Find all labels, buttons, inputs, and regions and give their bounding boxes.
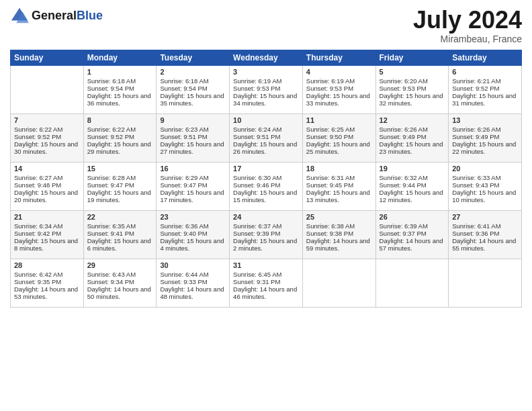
day-number: 9 — [160, 116, 226, 124]
sunset-text: Sunset: 9:37 PM — [380, 230, 445, 237]
col-sunday: Sunday — [11, 50, 84, 65]
day-number: 27 — [452, 213, 518, 221]
calendar-cell: 16Sunrise: 6:29 AMSunset: 9:47 PMDayligh… — [157, 162, 230, 210]
sunrise-text: Sunrise: 6:28 AM — [87, 174, 153, 181]
calendar-week-2: 14Sunrise: 6:27 AMSunset: 9:48 PMDayligh… — [11, 162, 522, 210]
sunset-text: Sunset: 9:31 PM — [233, 278, 299, 285]
sunset-text: Sunset: 9:51 PM — [160, 133, 226, 140]
sunrise-text: Sunrise: 6:43 AM — [87, 271, 153, 278]
sunrise-text: Sunrise: 6:22 AM — [14, 126, 80, 133]
month-title: July 2024 — [413, 7, 522, 34]
day-number: 2 — [160, 68, 226, 76]
daylight-text: Daylight: 15 hours and 27 minutes. — [160, 140, 226, 155]
daylight-text: Daylight: 14 hours and 46 minutes. — [233, 285, 299, 300]
calendar-cell — [375, 259, 449, 307]
day-number: 25 — [306, 213, 372, 221]
calendar-cell: 25Sunrise: 6:38 AMSunset: 9:38 PMDayligh… — [302, 210, 375, 259]
daylight-text: Daylight: 14 hours and 55 minutes. — [452, 237, 518, 252]
calendar-cell: 18Sunrise: 6:31 AMSunset: 9:45 PMDayligh… — [302, 162, 375, 210]
sunset-text: Sunset: 9:47 PM — [160, 181, 226, 189]
sunrise-text: Sunrise: 6:19 AM — [233, 77, 299, 85]
daylight-text: Daylight: 14 hours and 53 minutes. — [14, 285, 80, 300]
sunset-text: Sunset: 9:53 PM — [233, 85, 299, 92]
calendar-cell: 15Sunrise: 6:28 AMSunset: 9:47 PMDayligh… — [83, 162, 157, 210]
sunset-text: Sunset: 9:45 PM — [306, 181, 372, 189]
logo: GeneralBlue — [10, 7, 103, 26]
calendar-cell: 28Sunrise: 6:42 AMSunset: 9:35 PMDayligh… — [11, 259, 84, 307]
daylight-text: Daylight: 15 hours and 35 minutes. — [160, 92, 226, 107]
calendar-cell: 11Sunrise: 6:25 AMSunset: 9:50 PMDayligh… — [302, 113, 375, 162]
calendar-cell: 5Sunrise: 6:20 AMSunset: 9:53 PMDaylight… — [375, 65, 449, 113]
daylight-text: Daylight: 15 hours and 22 minutes. — [452, 140, 518, 155]
sunset-text: Sunset: 9:35 PM — [14, 278, 80, 285]
daylight-text: Daylight: 15 hours and 26 minutes. — [233, 140, 299, 155]
calendar-cell: 22Sunrise: 6:35 AMSunset: 9:41 PMDayligh… — [83, 210, 157, 259]
daylight-text: Daylight: 15 hours and 19 minutes. — [87, 189, 153, 203]
sunset-text: Sunset: 9:44 PM — [380, 181, 445, 189]
sunset-text: Sunset: 9:38 PM — [306, 230, 372, 237]
day-number: 18 — [306, 165, 372, 173]
day-number: 4 — [306, 68, 372, 76]
sunset-text: Sunset: 9:42 PM — [14, 230, 80, 237]
calendar-cell: 13Sunrise: 6:26 AMSunset: 9:49 PMDayligh… — [449, 113, 522, 162]
calendar-cell: 26Sunrise: 6:39 AMSunset: 9:37 PMDayligh… — [375, 210, 449, 259]
sunset-text: Sunset: 9:51 PM — [233, 133, 299, 140]
day-number: 14 — [14, 165, 80, 173]
daylight-text: Daylight: 15 hours and 6 minutes. — [87, 237, 153, 252]
title-block: July 2024 Mirambeau, France — [413, 7, 522, 44]
calendar-cell: 21Sunrise: 6:34 AMSunset: 9:42 PMDayligh… — [11, 210, 84, 259]
daylight-text: Daylight: 14 hours and 48 minutes. — [160, 285, 226, 300]
sunrise-text: Sunrise: 6:18 AM — [87, 77, 153, 85]
daylight-text: Daylight: 15 hours and 15 minutes. — [233, 189, 299, 203]
day-number: 5 — [380, 68, 445, 76]
day-number: 8 — [87, 116, 153, 124]
sunrise-text: Sunrise: 6:30 AM — [233, 174, 299, 181]
sunrise-text: Sunrise: 6:29 AM — [160, 174, 226, 181]
calendar-cell: 23Sunrise: 6:36 AMSunset: 9:40 PMDayligh… — [157, 210, 230, 259]
sunset-text: Sunset: 9:48 PM — [14, 181, 80, 189]
daylight-text: Daylight: 15 hours and 34 minutes. — [233, 92, 299, 107]
day-number: 21 — [14, 213, 80, 221]
daylight-text: Daylight: 15 hours and 10 minutes. — [452, 189, 518, 203]
daylight-text: Daylight: 15 hours and 20 minutes. — [14, 189, 80, 203]
sunset-text: Sunset: 9:40 PM — [160, 230, 226, 237]
col-saturday: Saturday — [449, 50, 522, 65]
sunset-text: Sunset: 9:39 PM — [233, 230, 299, 237]
daylight-text: Daylight: 15 hours and 36 minutes. — [87, 92, 153, 107]
calendar-cell — [11, 65, 84, 113]
sunset-text: Sunset: 9:52 PM — [14, 133, 80, 140]
col-tuesday: Tuesday — [157, 50, 230, 65]
daylight-text: Daylight: 15 hours and 25 minutes. — [306, 140, 372, 155]
day-number: 11 — [306, 116, 372, 124]
day-number: 13 — [452, 116, 518, 124]
day-number: 24 — [233, 213, 299, 221]
sunset-text: Sunset: 9:47 PM — [87, 181, 153, 189]
sunrise-text: Sunrise: 6:18 AM — [160, 77, 226, 85]
sunrise-text: Sunrise: 6:42 AM — [14, 271, 80, 278]
sunrise-text: Sunrise: 6:22 AM — [87, 126, 153, 133]
calendar-week-1: 7Sunrise: 6:22 AMSunset: 9:52 PMDaylight… — [11, 113, 522, 162]
calendar-container: GeneralBlue July 2024 Mirambeau, France … — [0, 0, 532, 411]
day-number: 19 — [380, 165, 445, 173]
calendar-cell — [302, 259, 375, 307]
daylight-text: Daylight: 15 hours and 13 minutes. — [306, 189, 372, 203]
calendar-cell: 8Sunrise: 6:22 AMSunset: 9:52 PMDaylight… — [83, 113, 157, 162]
sunrise-text: Sunrise: 6:37 AM — [233, 222, 299, 230]
logo-blue: Blue — [77, 9, 103, 22]
calendar-cell: 7Sunrise: 6:22 AMSunset: 9:52 PMDaylight… — [11, 113, 84, 162]
sunset-text: Sunset: 9:46 PM — [233, 181, 299, 189]
col-wednesday: Wednesday — [230, 50, 303, 65]
day-number: 26 — [380, 213, 445, 221]
sunrise-text: Sunrise: 6:35 AM — [87, 222, 153, 230]
header: GeneralBlue July 2024 Mirambeau, France — [10, 7, 522, 44]
calendar-week-3: 21Sunrise: 6:34 AMSunset: 9:42 PMDayligh… — [11, 210, 522, 259]
calendar-cell: 6Sunrise: 6:21 AMSunset: 9:52 PMDaylight… — [449, 65, 522, 113]
calendar-week-0: 1Sunrise: 6:18 AMSunset: 9:54 PMDaylight… — [11, 65, 522, 113]
daylight-text: Daylight: 15 hours and 29 minutes. — [87, 140, 153, 155]
sunset-text: Sunset: 9:34 PM — [87, 278, 153, 285]
calendar-cell: 4Sunrise: 6:19 AMSunset: 9:53 PMDaylight… — [302, 65, 375, 113]
daylight-text: Daylight: 15 hours and 31 minutes. — [452, 92, 518, 107]
col-monday: Monday — [83, 50, 157, 65]
day-number: 6 — [452, 68, 518, 76]
calendar-cell: 1Sunrise: 6:18 AMSunset: 9:54 PMDaylight… — [83, 65, 157, 113]
